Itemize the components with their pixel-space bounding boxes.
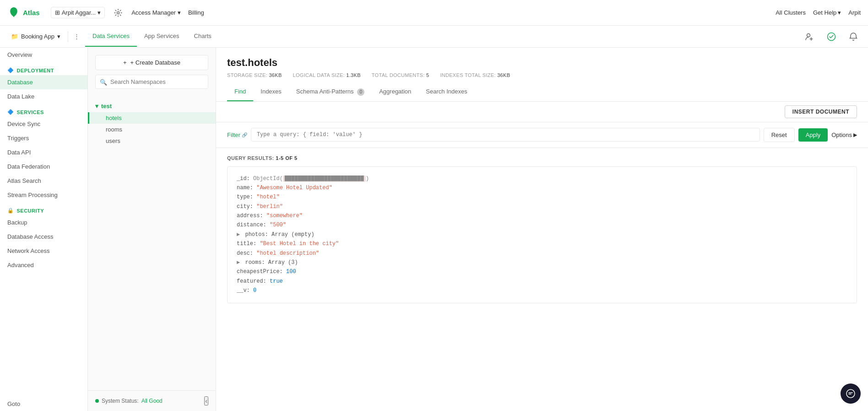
desc-key: desc: <box>237 250 253 257</box>
sidebar-item-device-sync[interactable]: Device Sync <box>0 117 87 131</box>
options-button[interactable]: Options ▶ <box>831 132 857 138</box>
folder-icon: 📁 <box>11 33 18 40</box>
featured-key: featured: <box>237 278 266 285</box>
goto-label: Goto <box>7 400 20 407</box>
sidebar-item-overview[interactable]: Overview <box>0 48 87 62</box>
device-sync-label: Device Sync <box>7 121 40 127</box>
sidebar-item-advanced[interactable]: Advanced <box>0 258 87 272</box>
collection-item-rooms[interactable]: rooms <box>88 124 216 135</box>
collection-users-label: users <box>106 137 120 144</box>
project-selector[interactable]: 📁 Booking App ▾ <box>7 30 64 43</box>
tab-search-indexes[interactable]: Search Indexes <box>418 83 474 101</box>
database-label: Database <box>7 79 33 86</box>
schema-anti-badge: 0 <box>357 88 364 96</box>
access-manager-link[interactable]: Access Manager ▾ <box>131 9 181 16</box>
status-value: All Good <box>141 398 163 404</box>
doc-featured-row: featured: true <box>237 277 847 286</box>
all-clusters-link[interactable]: All Clusters <box>776 9 806 16</box>
apply-button[interactable]: Apply <box>798 128 828 142</box>
sidebar-item-backup[interactable]: Backup <box>0 215 87 230</box>
collection-item-hotels[interactable]: hotels <box>88 112 216 124</box>
external-link-icon: 🔗 <box>242 132 247 137</box>
cheapest-value: 100 <box>286 269 296 275</box>
tab-find[interactable]: Find <box>227 83 253 101</box>
tab-schema-anti-patterns[interactable]: Schema Anti-Patterns 0 <box>289 83 372 101</box>
collection-hotels-label: hotels <box>106 115 122 121</box>
sub-nav: 📁 Booking App ▾ ⋮ Data Services App Serv… <box>0 26 868 48</box>
settings-icon[interactable] <box>112 7 124 19</box>
atlas-search-label: Atlas Search <box>7 177 41 184</box>
name-value: "Awesome Hotel Updated" <box>256 185 332 191</box>
doc-photos-row: ▶ photos: Array (empty) <box>237 230 847 239</box>
sidebar-item-triggers[interactable]: Triggers <box>0 131 87 145</box>
rooms-expand-icon[interactable]: ▶ <box>237 259 240 266</box>
sidebar-item-database[interactable]: Database <box>0 75 87 89</box>
data-lake-label: Data Lake <box>7 93 34 100</box>
title-key: title: <box>237 241 256 247</box>
tab-data-services[interactable]: Data Services <box>85 26 137 47</box>
activity-icon[interactable] <box>824 29 839 44</box>
logical-data-label: LOGICAL DATA SIZE: 1.3KB <box>293 72 361 78</box>
photos-expand-icon[interactable]: ▶ <box>237 231 240 238</box>
db-name-label: test <box>101 103 112 110</box>
create-database-button[interactable]: + + Create Database <box>95 55 208 70</box>
get-help-link[interactable]: Get Help ▾ <box>813 9 841 16</box>
services-icon: 🔷 <box>7 109 14 115</box>
sidebar-item-goto[interactable]: Goto <box>0 397 87 411</box>
doc-name-row: name: "Awesome Hotel Updated" <box>237 183 847 192</box>
org-chevron-icon: ▾ <box>98 9 101 16</box>
services-label: Services <box>17 110 44 115</box>
collection-rooms-label: rooms <box>106 126 122 133</box>
sidebar-item-network-access[interactable]: Network Access <box>0 244 87 258</box>
namespace-search-input[interactable] <box>95 75 208 89</box>
data-federation-label: Data Federation <box>7 163 50 170</box>
right-panel: test.hotels STORAGE SIZE: 36KB LOGICAL D… <box>216 48 868 411</box>
billing-label: Billing <box>188 9 204 16</box>
sidebar-item-data-federation[interactable]: Data Federation <box>0 159 87 174</box>
reset-button[interactable]: Reset <box>764 128 795 142</box>
security-section-header: 🔒 Security <box>0 202 87 215</box>
chat-button[interactable] <box>841 384 861 404</box>
doc-distance-row: distance: "500" <box>237 220 847 230</box>
network-access-label: Network Access <box>7 247 49 254</box>
sub-nav-right <box>802 29 861 44</box>
tab-aggregation[interactable]: Aggregation <box>372 83 418 101</box>
sidebar-item-data-lake[interactable]: Data Lake <box>0 89 87 104</box>
title-value: "Best Hotel in the city" <box>260 241 339 247</box>
notification-bell-icon[interactable] <box>846 29 861 44</box>
org-selector[interactable]: ⊞ Arpit Aggar... ▾ <box>51 7 105 18</box>
access-manager-chevron: ▾ <box>178 9 181 16</box>
city-key: city: <box>237 203 253 210</box>
rooms-key: rooms: <box>245 259 265 266</box>
filter-link[interactable]: Filter 🔗 <box>227 132 247 138</box>
insert-document-button[interactable]: INSERT DOCUMENT <box>785 105 857 118</box>
access-manager-label: Access Manager <box>131 9 176 16</box>
city-value: "berlin" <box>256 203 283 210</box>
sidebar-item-stream-processing[interactable]: Stream Processing <box>0 188 87 202</box>
collection-header: test.hotels STORAGE SIZE: 36KB LOGICAL D… <box>216 48 868 102</box>
sidebar-item-data-api[interactable]: Data API <box>0 145 87 159</box>
tab-app-services[interactable]: App Services <box>137 26 187 47</box>
user-profile-link[interactable]: Arpit <box>848 9 861 16</box>
tab-charts[interactable]: Charts <box>187 26 219 47</box>
billing-link[interactable]: Billing <box>188 9 204 16</box>
advanced-label: Advanced <box>7 262 34 269</box>
query-input[interactable] <box>251 128 760 142</box>
query-bar: Filter 🔗 Reset Apply Options ▶ <box>216 122 868 148</box>
sidebar-item-database-access[interactable]: Database Access <box>0 230 87 244</box>
user-add-icon[interactable] <box>802 29 817 44</box>
more-options-icon[interactable]: ⋮ <box>72 31 81 42</box>
collapse-panel-button[interactable]: ‹ <box>204 396 208 406</box>
photos-value: Array (empty) <box>271 231 315 238</box>
sidebar-item-atlas-search[interactable]: Atlas Search <box>0 174 87 188</box>
doc-address-row: address: "somewhere" <box>237 211 847 220</box>
namespace-search-box: 🔍 <box>95 75 208 89</box>
photos-key: photos: <box>245 231 268 238</box>
tab-indexes[interactable]: Indexes <box>253 83 289 101</box>
db-collapse-arrow: ▾ <box>95 103 98 110</box>
cheapest-key: cheapestPrice: <box>237 269 283 275</box>
overview-label: Overview <box>7 51 32 58</box>
database-test[interactable]: ▾ test <box>88 100 216 112</box>
toolbar-area: INSERT DOCUMENT <box>216 102 868 122</box>
collection-item-users[interactable]: users <box>88 135 216 147</box>
